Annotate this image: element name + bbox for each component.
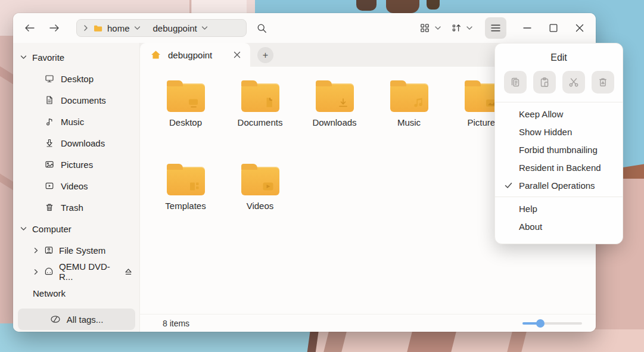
file-desktop[interactable]: Desktop [148, 76, 223, 160]
file-downloads[interactable]: Downloads [297, 76, 372, 160]
grid-view-icon [419, 23, 430, 33]
menu-item-about[interactable]: About [495, 217, 623, 235]
arrow-right-icon [49, 24, 60, 32]
menu-footer-list: Help About [495, 197, 623, 238]
folder-icon [390, 83, 428, 112]
maximize-button[interactable] [543, 18, 564, 38]
sidebar-item-qemu-dvd[interactable]: QEMU DVD-R... [13, 261, 139, 282]
wallpaper-statue-part [427, 0, 440, 10]
minimize-button[interactable] [517, 18, 537, 38]
template-emblem-icon [188, 181, 200, 192]
drive-icon [44, 245, 54, 255]
file-documents[interactable]: Documents [223, 76, 297, 160]
eject-button[interactable] [122, 264, 135, 279]
sidebar-item-label: Downloads [61, 138, 105, 148]
edit-actions [495, 71, 623, 94]
section-label: Computer [32, 224, 71, 234]
music-note-icon [45, 117, 54, 126]
menu-item-parallel-operations[interactable]: Parallel Operations [495, 176, 623, 194]
cut-button[interactable] [562, 71, 585, 94]
down-arrow-emblem-icon [337, 98, 349, 108]
breadcrumb-segment-home[interactable]: home [107, 23, 141, 33]
sidebar-item-file-system[interactable]: File System [13, 239, 139, 261]
checkmark-icon [505, 182, 519, 189]
sidebar-section-computer[interactable]: Computer [13, 218, 139, 239]
minimize-icon [523, 27, 531, 29]
sidebar-item-downloads[interactable]: Downloads [13, 132, 139, 154]
file-templates[interactable]: Templates [148, 160, 223, 243]
menu-item-forbid-thumbnailing[interactable]: Forbid thumbnailing [495, 141, 623, 158]
chevron-right-icon [83, 24, 89, 32]
sidebar-item-documents[interactable]: Documents [13, 89, 139, 111]
paste-button[interactable] [533, 71, 556, 94]
sidebar-item-videos[interactable]: Videos [13, 175, 139, 197]
arrow-left-icon [24, 24, 35, 32]
file-videos[interactable]: Videos [223, 160, 297, 243]
folder-icon [167, 83, 205, 112]
delete-button[interactable] [592, 71, 614, 94]
menu-title: Edit [495, 51, 623, 65]
sidebar-section-network[interactable]: Network [13, 282, 139, 304]
edit-menu-popup: Edit Keep Allow Show Hidden [494, 43, 623, 244]
file-label: Documents [238, 117, 283, 127]
paste-icon [539, 76, 550, 88]
menu-item-keep-allow[interactable]: Keep Allow [495, 105, 623, 123]
close-button[interactable] [570, 18, 590, 38]
search-button[interactable] [251, 18, 272, 38]
sidebar-item-desktop[interactable]: Desktop [13, 68, 139, 89]
plus-label: + [263, 50, 268, 61]
slider-thumb[interactable] [536, 319, 545, 328]
expander-icon [33, 247, 39, 254]
view-mode-control[interactable] [419, 23, 441, 33]
breadcrumb-label: debugpoint [153, 23, 197, 33]
breadcrumb-segment-debugpoint[interactable]: debugpoint [153, 23, 208, 33]
document-icon [45, 95, 54, 105]
chevron-down-icon [20, 226, 27, 231]
icon-size-slider[interactable] [522, 319, 582, 328]
all-tags-button[interactable]: All tags... [18, 309, 135, 330]
image-icon [45, 160, 54, 169]
sidebar-item-label: Desktop [61, 74, 94, 84]
folder-icon [167, 167, 205, 195]
menu-item-label: Resident in Backend [519, 163, 601, 173]
file-label: Desktop [169, 117, 202, 127]
chevron-down-icon [134, 26, 141, 30]
hamburger-icon [491, 24, 500, 32]
menu-item-label: Parallel Operations [519, 180, 595, 191]
close-icon [234, 51, 241, 58]
copy-button[interactable] [504, 71, 527, 94]
file-label: Videos [247, 201, 274, 211]
menu-item-resident-in-backend[interactable]: Resident in Backend [495, 158, 623, 176]
forward-button[interactable] [44, 18, 64, 38]
tab-debugpoint[interactable]: debugpoint [140, 43, 250, 67]
sidebar-item-label: File System [59, 245, 105, 256]
hamburger-menu-button[interactable] [485, 17, 506, 39]
file-label: Music [397, 117, 421, 127]
menu-item-label: Show Hidden [519, 127, 572, 137]
sidebar: Favorite Desktop Documents Music Downloa… [13, 43, 140, 332]
back-button[interactable] [19, 18, 39, 38]
new-tab-button[interactable]: + [257, 47, 273, 63]
sidebar-section-favorite[interactable]: Favorite [13, 46, 139, 68]
sidebar-item-music[interactable]: Music [13, 111, 139, 132]
menu-item-help[interactable]: Help [495, 200, 623, 217]
monitor-emblem-icon [187, 98, 200, 108]
copy-icon [509, 76, 521, 88]
chevron-down-icon [20, 55, 27, 60]
sidebar-item-pictures[interactable]: Pictures [13, 154, 139, 175]
sidebar-item-trash[interactable]: Trash [13, 197, 139, 218]
menu-item-show-hidden[interactable]: Show Hidden [495, 123, 623, 141]
sidebar-item-label: Music [61, 117, 84, 127]
delete-icon [597, 76, 609, 88]
file-music[interactable]: Music [372, 76, 446, 160]
sort-ascending-icon [451, 23, 462, 33]
tag-icon [50, 315, 61, 323]
section-label: Favorite [32, 52, 64, 63]
breadcrumb: home debugpoint [76, 19, 247, 37]
wallpaper-wall-bottom [315, 329, 644, 352]
file-label: Downloads [312, 117, 356, 127]
tab-close-button[interactable] [231, 49, 243, 61]
trash-icon [45, 203, 54, 212]
sort-control[interactable] [451, 23, 473, 33]
sidebar-item-label: Trash [61, 203, 83, 213]
